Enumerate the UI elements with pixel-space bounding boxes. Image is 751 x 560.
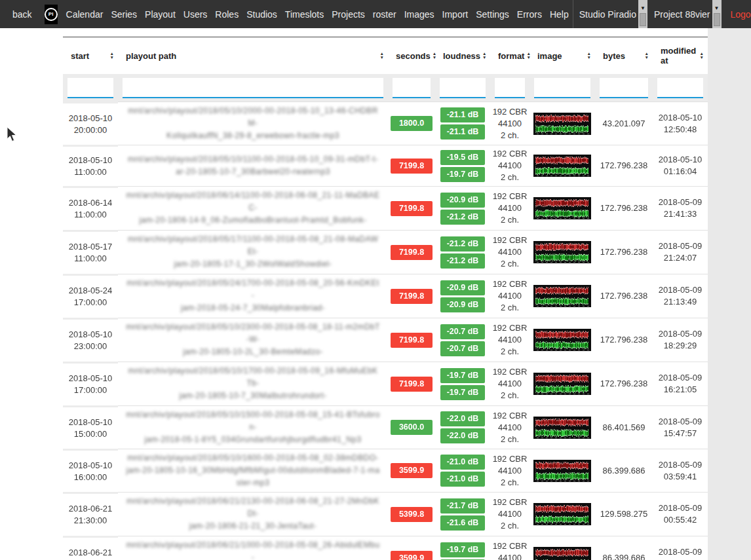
format-line: 2 ch.: [491, 434, 528, 445]
select-scrollbar[interactable]: ▼: [638, 0, 647, 28]
back-link[interactable]: back: [0, 9, 40, 20]
sort-icon[interactable]: [110, 52, 114, 60]
playout-path-redacted: mnt/archiv/playout/2018/05/17/1100-00-20…: [119, 233, 387, 271]
filter-input-format[interactable]: [495, 78, 525, 98]
filter-input-modified[interactable]: [657, 78, 703, 98]
column-header-loudness[interactable]: loudness: [435, 37, 490, 74]
sort-icon[interactable]: [700, 52, 704, 60]
format-line: 44100: [491, 465, 528, 477]
waveform-thumbnail[interactable]: [533, 155, 591, 177]
loudness-cell: -20.7 dB-20.7 dB: [435, 318, 490, 362]
select-scrollbar[interactable]: ▼: [712, 0, 722, 28]
playout-path-redacted: mnt/archiv/playout/2018/06/14/1100-00-20…: [119, 189, 387, 227]
nav-item-roster[interactable]: roster: [369, 9, 400, 20]
seconds-badge: 7199.8: [391, 289, 433, 304]
modified-time: 12:50:48: [654, 124, 706, 136]
filter-input-path[interactable]: [123, 78, 383, 98]
column-header-modified[interactable]: modified at: [653, 37, 708, 74]
format-line: 2 ch.: [491, 477, 528, 489]
filter-input-bytes[interactable]: [600, 78, 648, 98]
format-cell: 192 CBR441002 ch.: [490, 145, 530, 186]
column-header-seconds[interactable]: seconds: [388, 37, 435, 74]
waveform-thumbnail[interactable]: [533, 197, 591, 219]
column-header-bytes[interactable]: bytes: [595, 37, 653, 74]
loudness-badges: -21.2 dB-21.2 dB: [436, 236, 489, 269]
nav-item-studios[interactable]: Studios: [242, 9, 281, 20]
bytes-cell: 172.796.238: [595, 362, 653, 405]
format-line: 2 ch.: [491, 172, 528, 183]
nav-item-series[interactable]: Series: [107, 9, 141, 20]
logout-link[interactable]: Logout: [722, 9, 751, 20]
seconds-cell: 3599.9: [388, 449, 435, 492]
sort-icon[interactable]: [526, 52, 530, 60]
waveform-thumbnail[interactable]: [533, 503, 591, 525]
filter-input-start[interactable]: [67, 78, 113, 98]
nav-item-help[interactable]: Help: [546, 9, 573, 20]
project-select[interactable]: Project 88vier ▼: [647, 0, 722, 28]
column-label-modified: modified at: [661, 46, 698, 65]
playout-path-redacted: mnt/archiv/playout/2018/06/21/1000-00-20…: [119, 539, 387, 560]
modified-time: 01:16:04: [654, 166, 706, 177]
filter-input-image[interactable]: [534, 78, 590, 98]
column-header-format[interactable]: format: [490, 37, 530, 74]
loudness-badge: -21.1 dB: [440, 107, 485, 122]
format-cell: 192 CBR441002 ch.: [490, 230, 530, 274]
nav-item-timeslots[interactable]: Timeslots: [281, 9, 328, 20]
chevron-down-icon: ▼: [714, 5, 720, 12]
waveform-thumbnail[interactable]: [533, 547, 591, 560]
start-cell: 2018-05-24 17:00:00: [63, 274, 118, 318]
waveform-thumbnail[interactable]: [533, 460, 591, 482]
filter-input-loudness[interactable]: [440, 78, 486, 98]
waveform-thumbnail[interactable]: [533, 373, 591, 395]
column-header-path[interactable]: playout path: [118, 37, 388, 74]
nav-item-images[interactable]: Images: [400, 9, 438, 20]
scrollbar-handle[interactable]: [714, 13, 720, 26]
start-date: 2018-05-10: [64, 155, 117, 166]
nav-item-projects[interactable]: Projects: [328, 9, 369, 20]
sort-icon[interactable]: [380, 52, 384, 60]
waveform-thumbnail[interactable]: [533, 417, 591, 439]
format-cell: 192 CBR441002 ch.: [490, 492, 530, 536]
playout-path-cell: mnt/archiv/playout/2018/05/10/1600-00-20…: [118, 449, 388, 492]
loudness-badges: -21.7 dB-21.6 dB: [436, 498, 489, 531]
path-line: jam-2018-05-1-8Y5_034Grundartfurohjburgd…: [126, 434, 380, 446]
nav-item-import[interactable]: Import: [438, 9, 472, 20]
sort-icon[interactable]: [587, 52, 591, 60]
waveform-thumbnail[interactable]: [533, 241, 591, 263]
seconds-badge: 7199.8: [391, 377, 433, 392]
playout-path-cell: mnt/archiv/playout/2018/05/24/1700-00-20…: [118, 274, 388, 318]
playout-path-cell: mnt/archiv/playout/2018/05/10/2000-00-20…: [118, 102, 388, 145]
nav-item-roles[interactable]: Roles: [211, 9, 242, 20]
sort-icon[interactable]: [645, 52, 649, 60]
scrollbar-handle[interactable]: [640, 13, 646, 26]
start-time: 17:00:00: [64, 297, 117, 308]
sort-icon[interactable]: [482, 52, 486, 60]
nav-item-settings[interactable]: Settings: [472, 9, 513, 20]
project-select-value: Project 88vier: [654, 9, 710, 20]
studio-select[interactable]: Studio Piradio ▼: [573, 0, 647, 28]
modified-time: 16:21:05: [654, 384, 706, 396]
nav-item-calendar[interactable]: Calendar: [62, 9, 107, 20]
path-line: fauzobel-b6b-F0Bld-rwaternp3: [126, 227, 380, 227]
waveform-thumbnail[interactable]: [533, 329, 591, 351]
loudness-badges: -21.1 dB-21.1 dB: [436, 107, 489, 140]
sort-icon[interactable]: [433, 52, 436, 60]
column-header-image[interactable]: image: [530, 37, 595, 74]
playout-path-redacted: mnt/archiv/playout/2018/05/10/2000-00-20…: [119, 105, 387, 142]
bytes-cell: 172.796.238: [595, 145, 653, 186]
path-line: mnt/archiv/playout/2018/06/21/1000-00-20…: [126, 539, 380, 560]
column-label-image: image: [537, 51, 562, 61]
studio-select-value: Studio Piradio: [579, 9, 636, 20]
loudness-cell: -22.0 dB-22.0 dB: [435, 405, 490, 449]
nav-item-errors[interactable]: Errors: [513, 9, 546, 20]
format-line: 2 ch.: [491, 214, 528, 226]
nav-item-users[interactable]: Users: [180, 9, 212, 20]
nav-item-playout[interactable]: Playout: [141, 9, 180, 20]
app-logo-icon[interactable]: PI: [45, 5, 58, 24]
table-row: 2018-05-10 15:00:00 mnt/archiv/playout/2…: [63, 405, 708, 449]
column-header-start[interactable]: start: [63, 37, 118, 74]
waveform-thumbnail[interactable]: [533, 285, 591, 307]
waveform-thumbnail[interactable]: [533, 113, 591, 135]
path-line: Spidare_DofFortwriedorumRundudarStadtWur…: [126, 402, 380, 403]
filter-input-seconds[interactable]: [393, 78, 431, 98]
